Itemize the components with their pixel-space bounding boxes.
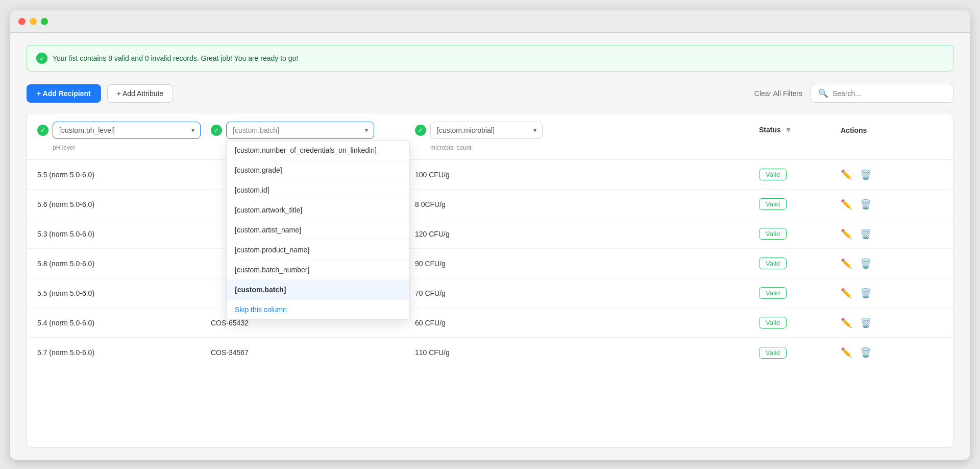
table-row: 5.5 (norm 5.0-6.0) 100 CFU/g Valid ✏️ 🗑️: [27, 160, 953, 190]
col3-select-wrapper: ✓ [custom.microbial] ▾: [415, 122, 759, 139]
col3-dropdown[interactable]: [custom.microbial]: [430, 122, 543, 139]
table-row: 5.6 (norm 5.0-6.0) 8 0CFU/g Valid ✏️ 🗑️: [27, 190, 953, 219]
status-badge-6: Valid: [759, 347, 787, 359]
traffic-lights: [18, 18, 48, 25]
col3-dropdown-wrapper: [custom.microbial] ▾: [430, 122, 543, 139]
cell-microbial-3: 90 CFU/g: [415, 260, 759, 268]
cell-actions-4: ✏️ 🗑️: [841, 288, 943, 299]
delete-icon-1[interactable]: 🗑️: [860, 199, 871, 210]
dropdown-option-skip[interactable]: Skip this column: [227, 300, 409, 319]
search-box: 🔍: [811, 84, 953, 103]
add-attribute-button[interactable]: + Add Attribute: [107, 84, 173, 103]
cell-ph-0: 5.5 (norm 5.0-6.0): [37, 171, 211, 179]
dropdown-option-grade[interactable]: [custom.grade]: [227, 160, 409, 180]
delete-icon-5[interactable]: 🗑️: [860, 317, 871, 329]
cell-actions-5: ✏️ 🗑️: [841, 317, 943, 329]
col1-select-wrapper: ✓ [custom.ph_level] ▾: [37, 122, 211, 139]
cell-status-0: Valid: [759, 169, 841, 180]
column-header-actions: Actions: [841, 122, 943, 135]
main-content: ✓ Your list contains 8 valid and 0 inval…: [10, 33, 970, 460]
delete-icon-4[interactable]: 🗑️: [860, 288, 871, 299]
filter-icon[interactable]: ▼: [785, 126, 792, 134]
dropdown-option-artist-name[interactable]: [custom.artist_name]: [227, 220, 409, 240]
status-badge-2: Valid: [759, 228, 787, 240]
col1-dropdown[interactable]: [custom.ph_level]: [53, 122, 201, 139]
cell-ph-5: 5.4 (norm 5.0-6.0): [37, 319, 211, 327]
cell-microbial-4: 70 CFU/g: [415, 289, 759, 297]
column-header-status: Status ▼: [759, 122, 841, 134]
clear-filters-button[interactable]: Clear All Filters: [754, 89, 802, 98]
delete-icon-6[interactable]: 🗑️: [860, 347, 871, 358]
add-recipient-button[interactable]: + Add Recipient: [27, 84, 101, 103]
delete-icon-3[interactable]: 🗑️: [860, 258, 871, 269]
col2-dropdown-wrapper: [custom.batch] ▾: [226, 122, 374, 139]
edit-icon-0[interactable]: ✏️: [841, 169, 852, 180]
table-header: ✓ [custom.ph_level] ▾ pH level ✓: [27, 113, 953, 160]
maximize-button[interactable]: [41, 18, 48, 25]
col3-dropdown-value: [custom.microbial]: [437, 126, 495, 134]
toolbar: + Add Recipient + Add Attribute Clear Al…: [27, 84, 953, 103]
table-row: 5.8 (norm 5.0-6.0) 90 CFU/g Valid ✏️ 🗑️: [27, 249, 953, 278]
dropdown-option-credentials[interactable]: [custom.number_of_credentials_on_linkedi…: [227, 140, 409, 160]
cell-microbial-1: 8 0CFU/g: [415, 200, 759, 208]
batch-dropdown-menu: [custom.number_of_credentials_on_linkedi…: [226, 140, 410, 320]
status-badge-1: Valid: [759, 198, 787, 210]
cell-actions-3: ✏️ 🗑️: [841, 258, 943, 269]
cell-status-4: Valid: [759, 287, 841, 299]
dropdown-option-product-name[interactable]: [custom.product_name]: [227, 240, 409, 260]
cell-status-6: Valid: [759, 347, 841, 359]
delete-icon-2[interactable]: 🗑️: [860, 228, 871, 240]
delete-icon-0[interactable]: 🗑️: [860, 169, 871, 180]
table-row: 5.7 (norm 5.0-6.0) COS-34567 110 CFU/g V…: [27, 338, 953, 367]
cell-actions-6: ✏️ 🗑️: [841, 347, 943, 358]
cell-ph-2: 5.3 (norm 5.0-6.0): [37, 230, 211, 238]
table-row: 5.4 (norm 5.0-6.0) COS-65432 60 CFU/g Va…: [27, 308, 953, 338]
edit-icon-1[interactable]: ✏️: [841, 199, 852, 210]
minimize-button[interactable]: [30, 18, 37, 25]
table-row: 5.3 (norm 5.0-6.0) 120 CFU/g Valid ✏️ 🗑️: [27, 219, 953, 249]
cell-microbial-2: 120 CFU/g: [415, 230, 759, 238]
dropdown-option-batch[interactable]: [custom.batch]: [227, 280, 409, 300]
cell-ph-6: 5.7 (norm 5.0-6.0): [37, 348, 211, 357]
notification-banner: ✓ Your list contains 8 valid and 0 inval…: [27, 45, 953, 72]
status-label: Status: [759, 126, 781, 134]
col2-dropdown[interactable]: [custom.batch]: [226, 122, 374, 139]
dropdown-option-id[interactable]: [custom.id]: [227, 180, 409, 200]
search-input[interactable]: [832, 89, 946, 98]
status-badge-0: Valid: [759, 169, 787, 180]
edit-icon-2[interactable]: ✏️: [841, 228, 852, 240]
cell-ph-3: 5.8 (norm 5.0-6.0): [37, 260, 211, 268]
cell-status-3: Valid: [759, 257, 841, 269]
cell-status-2: Valid: [759, 228, 841, 240]
col2-dropdown-value: [custom.batch]: [233, 126, 279, 134]
col2-check-icon: ✓: [211, 125, 222, 136]
cell-status-1: Valid: [759, 198, 841, 210]
edit-icon-5[interactable]: ✏️: [841, 317, 852, 329]
cell-ph-1: 5.6 (norm 5.0-6.0): [37, 200, 211, 208]
cell-batch-6: COS-34567: [211, 348, 415, 357]
cell-microbial-0: 100 CFU/g: [415, 171, 759, 179]
col2-select-wrapper: ✓ [custom.batch] ▾: [211, 122, 415, 139]
col3-check-icon: ✓: [415, 125, 426, 136]
close-button[interactable]: [18, 18, 26, 25]
toolbar-right: Clear All Filters 🔍: [754, 84, 953, 103]
titlebar: [10, 10, 970, 33]
table-container: ✓ [custom.ph_level] ▾ pH level ✓: [27, 113, 953, 448]
actions-label: Actions: [841, 126, 867, 134]
col3-sublabel: microbial count: [415, 144, 759, 151]
cell-status-5: Valid: [759, 317, 841, 329]
column-header-ph: ✓ [custom.ph_level] ▾ pH level: [37, 122, 211, 151]
notification-text: Your list contains 8 valid and 0 invalid…: [53, 54, 298, 62]
edit-icon-3[interactable]: ✏️: [841, 258, 852, 269]
app-window: ✓ Your list contains 8 valid and 0 inval…: [10, 10, 970, 460]
dropdown-option-artwork-title[interactable]: [custom.artwork_title]: [227, 200, 409, 220]
col1-dropdown-wrapper: [custom.ph_level] ▾: [53, 122, 201, 139]
edit-icon-4[interactable]: ✏️: [841, 288, 852, 299]
cell-actions-2: ✏️ 🗑️: [841, 228, 943, 240]
search-icon: 🔍: [818, 88, 828, 98]
column-header-microbial: ✓ [custom.microbial] ▾ microbial count: [415, 122, 759, 151]
column-header-batch: ✓ [custom.batch] ▾ [custom.number_of_cre…: [211, 122, 415, 139]
cell-actions-1: ✏️ 🗑️: [841, 199, 943, 210]
edit-icon-6[interactable]: ✏️: [841, 347, 852, 358]
dropdown-option-batch-number[interactable]: [custom.batch_number]: [227, 260, 409, 280]
